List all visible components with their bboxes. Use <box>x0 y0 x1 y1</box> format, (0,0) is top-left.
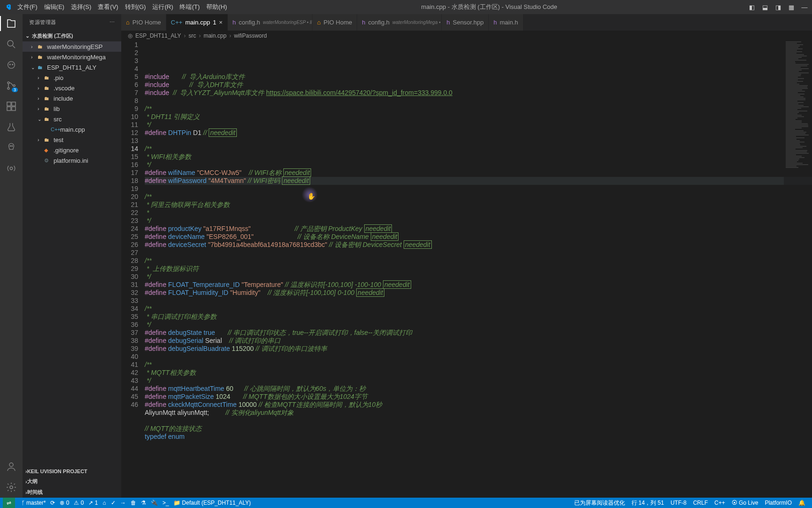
upload-button[interactable]: → <box>120 500 126 506</box>
editor-tab[interactable]: ⌂PIO Home <box>312 14 358 31</box>
svg-point-14 <box>9 463 13 467</box>
language-button[interactable]: C++ <box>714 500 725 506</box>
tree-item[interactable]: C++main.cpp <box>23 124 121 135</box>
minimap[interactable] <box>784 41 812 498</box>
svg-point-13 <box>10 167 13 170</box>
file-tree: ›🖿waterMonitoringESP›🖿waterMonitoringMeg… <box>23 41 121 166</box>
eol-button[interactable]: CRLF <box>693 500 708 506</box>
pio-home-button[interactable]: ⌂ <box>102 500 106 506</box>
svg-rect-9 <box>12 107 16 111</box>
menu-item[interactable]: 运行(R) <box>149 3 176 11</box>
explorer-icon[interactable] <box>6 18 17 29</box>
svg-point-15 <box>10 486 13 489</box>
code-lines[interactable]: #include // 导入Arduino库文件#include // 导入DH… <box>145 41 812 498</box>
vscode-logo-icon <box>4 3 11 11</box>
line-gutter: 1234567891011121314151617181920212223242… <box>121 41 145 498</box>
tree-item[interactable]: ›🖿.vscode <box>23 83 121 93</box>
menu-item[interactable]: 文件(F) <box>14 3 41 11</box>
editor-area: ⌂PIO HomeC++main.cpp1×hconfig.hwaterMoni… <box>121 14 812 498</box>
clean-button[interactable]: 🗑 <box>131 500 136 506</box>
svg-point-0 <box>8 40 13 46</box>
menu-item[interactable]: 编辑(E) <box>41 3 68 11</box>
close-icon[interactable]: × <box>219 19 223 26</box>
sidebar-section[interactable]: ›时间线 <box>23 487 121 498</box>
more-icon[interactable]: ⋯ <box>109 19 115 25</box>
breadcrumb[interactable]: ◎ESP_DHT11_ALY›src›main.cpp›wifiPassword <box>121 31 812 41</box>
testing-icon[interactable] <box>6 121 17 133</box>
menu-item[interactable]: 转到(G) <box>122 3 149 11</box>
search-icon[interactable] <box>6 39 17 50</box>
editor-tab[interactable]: hmain.h <box>489 14 523 31</box>
settings-icon[interactable] <box>6 482 17 493</box>
errors-button[interactable]: ⊗ 0 <box>60 500 69 506</box>
tab-icon: h <box>233 19 236 26</box>
svg-point-3 <box>12 64 13 65</box>
sidebar-section[interactable]: ›KEIL UVISION PROJECT <box>23 467 121 476</box>
tree-item[interactable]: ›🖿lib <box>23 103 121 114</box>
menu-item[interactable]: 帮助(H) <box>203 3 230 11</box>
warnings-button[interactable]: ⚠ 0 <box>74 500 84 506</box>
window-title: main.cpp - 水质检测 (工作区) - Visual Studio Co… <box>230 3 748 11</box>
tree-item[interactable]: ›🖿test <box>23 135 121 145</box>
svg-point-4 <box>8 82 9 84</box>
layout-grid-icon[interactable]: ▦ <box>788 4 795 11</box>
remote-icon[interactable]: ⇌ <box>3 498 15 508</box>
sidebar-bottom: ›KEIL UVISION PROJECT›大纲›时间线 <box>23 467 121 498</box>
pio-icon[interactable] <box>6 142 17 153</box>
svg-rect-7 <box>7 102 11 106</box>
tree-item[interactable]: ⌄🖿ESP_DHT11_ALY <box>23 62 121 72</box>
editor-tab[interactable]: ⌂PIO Home <box>121 14 166 31</box>
sidebar-section[interactable]: ›大纲 <box>23 476 121 487</box>
menu-item[interactable]: 查看(V) <box>94 3 121 11</box>
svg-point-5 <box>8 87 9 89</box>
tree-item[interactable]: ›🖿waterMonitoringESP <box>23 41 121 52</box>
tree-item[interactable]: ⌄🖿src <box>23 114 121 124</box>
code-editor[interactable]: 1234567891011121314151617181920212223242… <box>121 41 812 498</box>
editor-tab[interactable]: hSensor.hpp <box>442 14 489 31</box>
sync-button[interactable]: ⟳ <box>50 500 55 506</box>
layout-left-icon[interactable]: ◧ <box>748 4 756 11</box>
minimize-icon[interactable]: ― <box>801 4 808 11</box>
copilot-icon[interactable] <box>6 59 17 71</box>
layout-bottom-icon[interactable]: ⬓ <box>761 4 769 11</box>
status-bar: ⇌ ᚶ master* ⟳ ⊗ 0 ⚠ 0 ↗ 1 ⌂ ✓ → 🗑 ⚗ 🔌 >_… <box>0 498 812 508</box>
menu-item[interactable]: 终端(T) <box>176 3 203 11</box>
editor-tab[interactable]: hconfig.hwaterMonitoringESP • lib\... <box>228 14 312 31</box>
pio-status[interactable]: PlatformIO <box>765 500 792 506</box>
workspace-header[interactable]: ⌄水质检测 (工作区) <box>23 31 121 41</box>
tree-item[interactable]: ◆.gitignore <box>23 145 121 155</box>
sidebar-title: 资源管理器 ⋯ <box>23 14 121 31</box>
tree-item[interactable]: ›🖿include <box>23 93 121 103</box>
tree-item[interactable]: ⚙platformio.ini <box>23 155 121 166</box>
serial-button[interactable]: 🔌 <box>151 500 158 506</box>
tab-icon: C++ <box>171 19 183 26</box>
tree-item[interactable]: ›🖿waterMonitoringMega <box>23 52 121 62</box>
activity-bar: 3 <box>0 14 23 498</box>
golive-button[interactable]: ⦿ Go Live <box>732 500 758 506</box>
extensions-icon[interactable] <box>6 101 17 112</box>
scm-icon[interactable]: 3 <box>6 80 17 91</box>
layout-right-icon[interactable]: ◨ <box>774 4 782 11</box>
tree-item[interactable]: ›🖿.pio <box>23 72 121 83</box>
build-button[interactable]: ✓ <box>111 500 116 506</box>
tab-icon: h <box>493 19 497 26</box>
menu-item[interactable]: 选择(S) <box>68 3 94 11</box>
screen-reader-status[interactable]: 已为屏幕阅读器优化 <box>574 499 625 507</box>
terminal-button[interactable]: >_ <box>163 500 169 506</box>
live-icon[interactable] <box>6 163 17 174</box>
svg-point-11 <box>10 145 11 146</box>
cursor-position[interactable]: 行 14，列 51 <box>632 499 664 507</box>
branch-button[interactable]: ᚶ master* <box>22 500 46 506</box>
test-button[interactable]: ⚗ <box>141 500 146 506</box>
editor-tab[interactable]: C++main.cpp1× <box>166 14 228 31</box>
svg-point-1 <box>8 62 15 69</box>
svg-rect-10 <box>12 102 16 106</box>
ports-button[interactable]: ↗ 1 <box>88 500 98 506</box>
editor-tab[interactable]: hconfig.hwaterMonitoringMega • lib\... <box>357 14 442 31</box>
env-button[interactable]: 📁 Default (ESP_DHT11_ALY) <box>173 500 251 506</box>
encoding-button[interactable]: UTF-8 <box>671 500 687 506</box>
svg-point-6 <box>13 85 15 87</box>
sidebar: 资源管理器 ⋯ ⌄水质检测 (工作区) ›🖿waterMonitoringESP… <box>23 14 121 498</box>
account-icon[interactable] <box>6 461 17 472</box>
notifications-icon[interactable]: 🔔 <box>798 500 805 506</box>
